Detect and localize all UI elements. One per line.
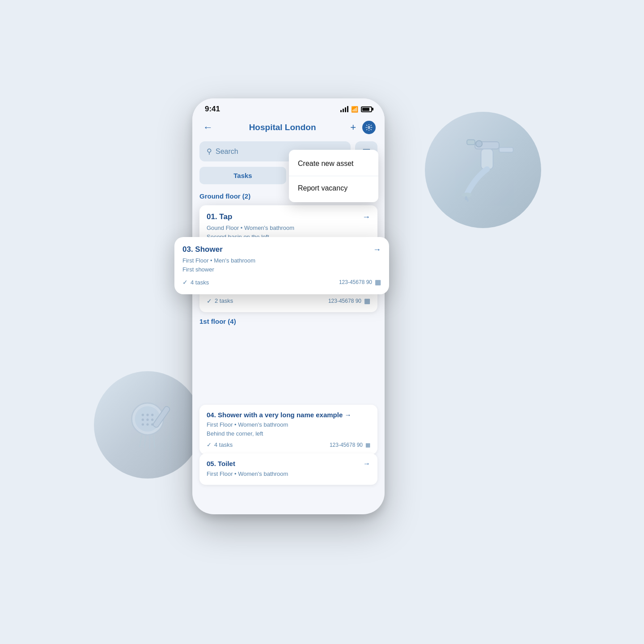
scene: 9:41 📶 ← Hospital London: [148, 76, 496, 568]
signal-icon: [340, 106, 348, 112]
asset-tasks-bidet: ✓ 2 tasks: [207, 297, 233, 305]
asset-id-bidet: 123-45678 90 ▦: [328, 297, 370, 305]
check-icon-shower: ✓: [182, 279, 188, 286]
asset-card-shower-long[interactable]: 04. Shower with a very long name example…: [199, 405, 377, 454]
svg-point-2: [462, 192, 472, 197]
asset-card-shower-overlay[interactable]: 03. Shower → First Floor • Men's bathroo…: [174, 237, 389, 294]
search-placeholder-text: Search: [216, 148, 238, 156]
asset-name-tap: 01. Tap: [207, 212, 232, 221]
wifi-icon: 📶: [351, 106, 358, 113]
asset-name-shower: 03. Shower: [182, 245, 223, 254]
back-button[interactable]: ←: [201, 120, 215, 135]
svg-point-5: [476, 140, 482, 147]
decorative-shower-circle: [94, 371, 201, 479]
battery-icon: [361, 106, 372, 112]
dropdown-menu: Create new asset Report vacancy: [289, 150, 378, 202]
svg-rect-1: [481, 149, 493, 169]
asset-tasks-count-bidet: 2 tasks: [215, 297, 233, 304]
svg-point-16: [142, 423, 144, 425]
svg-line-20: [140, 435, 141, 447]
search-icon: ⚲: [207, 147, 212, 156]
svg-point-13: [142, 419, 144, 421]
asset-location-toilet: First Floor • Women's bathroom: [207, 470, 370, 479]
status-time: 9:41: [205, 105, 220, 114]
dropdown-divider: [289, 176, 378, 176]
asset-id-shower: 123-45678 90 ▦: [339, 278, 381, 286]
svg-point-14: [146, 419, 148, 421]
floor-first-label: 1st floor (4): [199, 317, 377, 326]
svg-line-21: [144, 435, 146, 448]
svg-point-24: [368, 127, 370, 128]
page-header: ← Hospital London +: [192, 117, 385, 141]
page-title: Hospital London: [249, 123, 316, 132]
asset-tasks-shower-long: ✓ 4 tasks: [207, 441, 233, 448]
settings-button[interactable]: [362, 121, 376, 134]
asset-arrow-tap: →: [362, 212, 370, 222]
status-icons: 📶: [340, 106, 372, 113]
svg-line-23: [153, 435, 155, 448]
asset-name-shower-long: 04. Shower with a very long name example…: [207, 411, 351, 419]
asset-id-number-bidet: 123-45678 90: [328, 298, 361, 304]
create-asset-menu-item[interactable]: Create new asset: [289, 153, 378, 174]
asset-arrow-shower: →: [373, 245, 381, 254]
svg-point-12: [151, 414, 153, 416]
asset-tasks-shower: ✓ 4 tasks: [182, 279, 209, 286]
check-icon-bidet: ✓: [207, 297, 212, 305]
asset-arrow-toilet: →: [363, 460, 370, 468]
decorative-faucet-circle: [425, 112, 541, 228]
svg-point-11: [146, 414, 148, 416]
svg-point-6: [465, 196, 467, 200]
asset-tasks-count-shower: 4 tasks: [191, 279, 209, 286]
add-button[interactable]: +: [350, 122, 356, 133]
asset-location-shower: First Floor • Men's bathroomFirst shower: [182, 256, 381, 274]
svg-rect-4: [499, 148, 513, 153]
asset-card-toilet[interactable]: 05. Toilet → First Floor • Women's bathr…: [199, 453, 377, 485]
svg-point-17: [146, 423, 148, 425]
qr-small-icon-bidet: ▦: [364, 297, 370, 305]
svg-point-10: [142, 414, 144, 416]
report-vacancy-menu-item[interactable]: Report vacancy: [289, 178, 378, 199]
tab-tasks[interactable]: Tasks: [199, 167, 286, 184]
asset-location-shower-long: First Floor • Women's bathroomBehind the…: [207, 420, 370, 438]
header-actions: +: [350, 121, 376, 134]
svg-point-7: [467, 199, 469, 202]
qr-small-icon-shower: ▦: [375, 278, 381, 286]
asset-id-number-shower: 123-45678 90: [339, 279, 372, 285]
svg-rect-3: [467, 140, 475, 145]
svg-point-15: [151, 419, 153, 421]
status-bar: 9:41 📶: [192, 98, 385, 117]
asset-id-shower-long: 123-45678 90 ▦: [330, 442, 370, 448]
asset-name-toilet: 05. Toilet: [207, 460, 235, 467]
